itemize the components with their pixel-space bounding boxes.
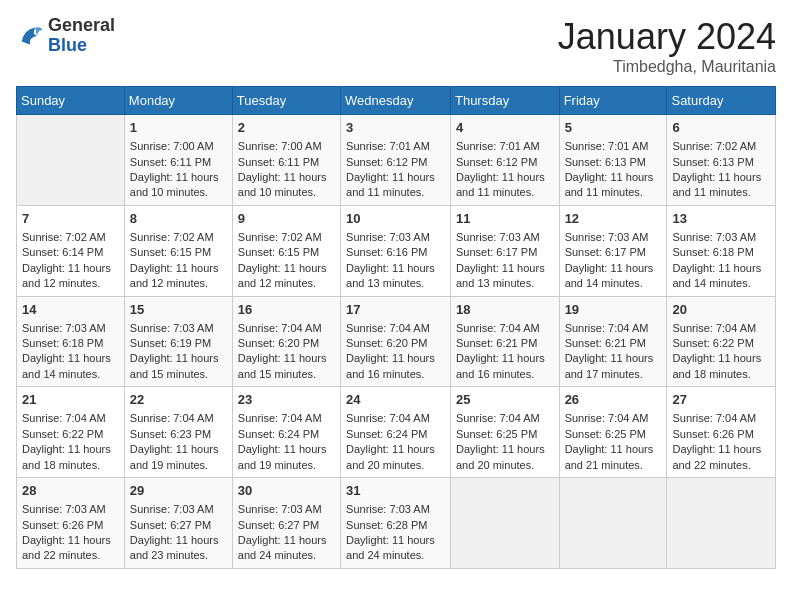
logo: General Blue <box>16 16 115 56</box>
day-number: 30 <box>238 482 335 500</box>
calendar-cell: 9Sunrise: 7:02 AMSunset: 6:15 PMDaylight… <box>232 205 340 296</box>
day-number: 11 <box>456 210 554 228</box>
calendar-week-row: 21Sunrise: 7:04 AMSunset: 6:22 PMDayligh… <box>17 387 776 478</box>
day-number: 8 <box>130 210 227 228</box>
day-number: 22 <box>130 391 227 409</box>
day-number: 10 <box>346 210 445 228</box>
calendar-cell: 7Sunrise: 7:02 AMSunset: 6:14 PMDaylight… <box>17 205 125 296</box>
day-number: 19 <box>565 301 662 319</box>
calendar-header-row: SundayMondayTuesdayWednesdayThursdayFrid… <box>17 87 776 115</box>
calendar-cell: 21Sunrise: 7:04 AMSunset: 6:22 PMDayligh… <box>17 387 125 478</box>
day-number: 28 <box>22 482 119 500</box>
calendar-cell <box>667 478 776 569</box>
calendar-cell: 22Sunrise: 7:04 AMSunset: 6:23 PMDayligh… <box>124 387 232 478</box>
logo-blue: Blue <box>48 35 87 55</box>
calendar-cell: 4Sunrise: 7:01 AMSunset: 6:12 PMDaylight… <box>450 115 559 206</box>
calendar-cell: 2Sunrise: 7:00 AMSunset: 6:11 PMDaylight… <box>232 115 340 206</box>
weekday-header: Friday <box>559 87 667 115</box>
calendar-cell <box>450 478 559 569</box>
day-number: 27 <box>672 391 770 409</box>
calendar-cell: 3Sunrise: 7:01 AMSunset: 6:12 PMDaylight… <box>341 115 451 206</box>
calendar-cell: 8Sunrise: 7:02 AMSunset: 6:15 PMDaylight… <box>124 205 232 296</box>
calendar-cell: 26Sunrise: 7:04 AMSunset: 6:25 PMDayligh… <box>559 387 667 478</box>
day-number: 6 <box>672 119 770 137</box>
calendar-cell: 12Sunrise: 7:03 AMSunset: 6:17 PMDayligh… <box>559 205 667 296</box>
logo-general: General <box>48 15 115 35</box>
calendar-week-row: 14Sunrise: 7:03 AMSunset: 6:18 PMDayligh… <box>17 296 776 387</box>
weekday-header: Saturday <box>667 87 776 115</box>
calendar-cell: 5Sunrise: 7:01 AMSunset: 6:13 PMDaylight… <box>559 115 667 206</box>
calendar-cell: 15Sunrise: 7:03 AMSunset: 6:19 PMDayligh… <box>124 296 232 387</box>
weekday-header: Monday <box>124 87 232 115</box>
day-number: 17 <box>346 301 445 319</box>
calendar-cell: 6Sunrise: 7:02 AMSunset: 6:13 PMDaylight… <box>667 115 776 206</box>
day-number: 29 <box>130 482 227 500</box>
calendar-cell: 25Sunrise: 7:04 AMSunset: 6:25 PMDayligh… <box>450 387 559 478</box>
day-number: 25 <box>456 391 554 409</box>
day-number: 2 <box>238 119 335 137</box>
day-number: 21 <box>22 391 119 409</box>
calendar-cell: 1Sunrise: 7:00 AMSunset: 6:11 PMDaylight… <box>124 115 232 206</box>
calendar-cell: 14Sunrise: 7:03 AMSunset: 6:18 PMDayligh… <box>17 296 125 387</box>
day-number: 20 <box>672 301 770 319</box>
day-number: 7 <box>22 210 119 228</box>
day-number: 26 <box>565 391 662 409</box>
title-block: January 2024 Timbedgha, Mauritania <box>558 16 776 76</box>
day-number: 31 <box>346 482 445 500</box>
weekday-header: Wednesday <box>341 87 451 115</box>
day-number: 5 <box>565 119 662 137</box>
calendar-cell: 10Sunrise: 7:03 AMSunset: 6:16 PMDayligh… <box>341 205 451 296</box>
calendar-cell: 27Sunrise: 7:04 AMSunset: 6:26 PMDayligh… <box>667 387 776 478</box>
day-number: 12 <box>565 210 662 228</box>
day-number: 16 <box>238 301 335 319</box>
logo-bird-icon <box>16 22 44 50</box>
calendar-body: 1Sunrise: 7:00 AMSunset: 6:11 PMDaylight… <box>17 115 776 569</box>
calendar-week-row: 7Sunrise: 7:02 AMSunset: 6:14 PMDaylight… <box>17 205 776 296</box>
weekday-header: Tuesday <box>232 87 340 115</box>
day-number: 3 <box>346 119 445 137</box>
calendar-cell: 20Sunrise: 7:04 AMSunset: 6:22 PMDayligh… <box>667 296 776 387</box>
calendar-cell: 13Sunrise: 7:03 AMSunset: 6:18 PMDayligh… <box>667 205 776 296</box>
calendar-cell: 18Sunrise: 7:04 AMSunset: 6:21 PMDayligh… <box>450 296 559 387</box>
calendar-week-row: 1Sunrise: 7:00 AMSunset: 6:11 PMDaylight… <box>17 115 776 206</box>
calendar-cell: 29Sunrise: 7:03 AMSunset: 6:27 PMDayligh… <box>124 478 232 569</box>
calendar-cell: 24Sunrise: 7:04 AMSunset: 6:24 PMDayligh… <box>341 387 451 478</box>
calendar-cell: 23Sunrise: 7:04 AMSunset: 6:24 PMDayligh… <box>232 387 340 478</box>
calendar-cell <box>17 115 125 206</box>
location-title: Timbedgha, Mauritania <box>558 58 776 76</box>
day-number: 18 <box>456 301 554 319</box>
calendar-cell <box>559 478 667 569</box>
calendar-week-row: 28Sunrise: 7:03 AMSunset: 6:26 PMDayligh… <box>17 478 776 569</box>
day-number: 24 <box>346 391 445 409</box>
calendar-table: SundayMondayTuesdayWednesdayThursdayFrid… <box>16 86 776 569</box>
calendar-cell: 11Sunrise: 7:03 AMSunset: 6:17 PMDayligh… <box>450 205 559 296</box>
calendar-cell: 30Sunrise: 7:03 AMSunset: 6:27 PMDayligh… <box>232 478 340 569</box>
day-number: 23 <box>238 391 335 409</box>
month-title: January 2024 <box>558 16 776 58</box>
day-number: 1 <box>130 119 227 137</box>
calendar-cell: 16Sunrise: 7:04 AMSunset: 6:20 PMDayligh… <box>232 296 340 387</box>
page-header: General Blue January 2024 Timbedgha, Mau… <box>16 16 776 76</box>
day-number: 14 <box>22 301 119 319</box>
day-number: 9 <box>238 210 335 228</box>
day-number: 13 <box>672 210 770 228</box>
day-number: 15 <box>130 301 227 319</box>
logo-text: General Blue <box>48 16 115 56</box>
calendar-cell: 28Sunrise: 7:03 AMSunset: 6:26 PMDayligh… <box>17 478 125 569</box>
weekday-header: Sunday <box>17 87 125 115</box>
weekday-header: Thursday <box>450 87 559 115</box>
calendar-cell: 19Sunrise: 7:04 AMSunset: 6:21 PMDayligh… <box>559 296 667 387</box>
calendar-cell: 17Sunrise: 7:04 AMSunset: 6:20 PMDayligh… <box>341 296 451 387</box>
calendar-cell: 31Sunrise: 7:03 AMSunset: 6:28 PMDayligh… <box>341 478 451 569</box>
day-number: 4 <box>456 119 554 137</box>
